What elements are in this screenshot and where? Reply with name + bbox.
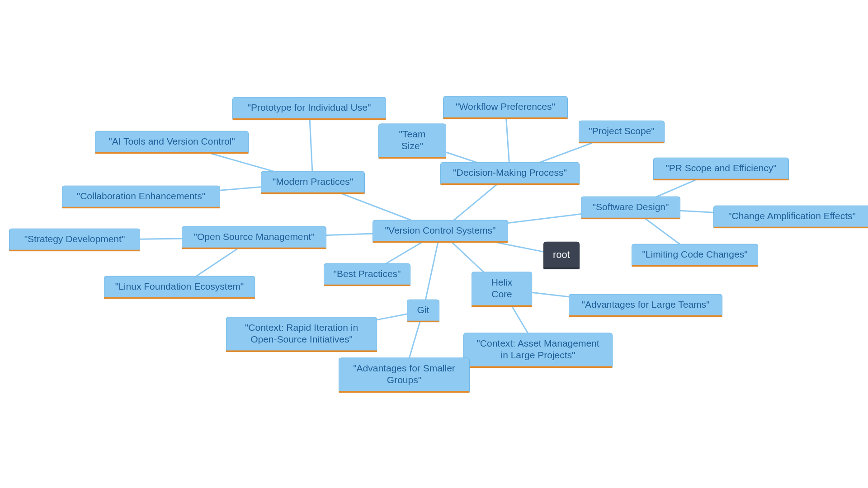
- node-linuxeco[interactable]: "Linux Foundation Ecosystem": [104, 276, 255, 299]
- edge-modern-aitools: [212, 154, 274, 171]
- node-collab[interactable]: "Collaboration Enhancements": [62, 185, 220, 208]
- edge-vcs-modern: [342, 194, 410, 220]
- edge-decision-scope: [540, 143, 591, 162]
- edge-decision-teamsize: [446, 152, 476, 162]
- edge-vcs-softdesign: [508, 214, 581, 223]
- edge-vcs-osm: [326, 234, 373, 235]
- node-aitools[interactable]: "AI Tools and Version Control": [95, 131, 249, 154]
- node-root[interactable]: root: [543, 242, 580, 269]
- node-softdesign[interactable]: "Software Design": [581, 196, 680, 219]
- edge-git-advsmall: [409, 322, 420, 360]
- node-ctxasset[interactable]: "Context: Asset Management in Large Proj…: [463, 333, 613, 368]
- node-workflow[interactable]: "Workflow Preferences": [443, 96, 568, 119]
- node-limitcode[interactable]: "Limiting Code Changes": [632, 244, 758, 267]
- edge-osm-stratdev: [140, 239, 182, 239]
- node-stratdev[interactable]: "Strategy Development": [9, 228, 140, 251]
- node-osm[interactable]: "Open Source Management": [182, 226, 326, 249]
- edge-modern-proto: [310, 120, 312, 171]
- edge-git-ctxrapid: [377, 314, 407, 320]
- node-helix[interactable]: Helix Core: [472, 272, 533, 307]
- edge-osm-linuxeco: [197, 249, 237, 276]
- edge-vcs-bestprac: [386, 243, 421, 263]
- edge-softdesign-limitcode: [646, 219, 679, 244]
- node-teamsize[interactable]: "Team Size": [378, 123, 446, 159]
- edge-softdesign-changeamp: [680, 211, 713, 212]
- edge-root-vcs: [497, 243, 543, 252]
- node-prscope[interactable]: "PR Scope and Efficiency": [653, 157, 789, 180]
- node-bestprac[interactable]: "Best Practices": [324, 263, 410, 286]
- node-proto[interactable]: "Prototype for Individual Use": [232, 97, 386, 120]
- edge-decision-workflow: [506, 119, 509, 162]
- edge-helix-advlarge: [533, 293, 569, 297]
- node-scope[interactable]: "Project Scope": [579, 120, 665, 143]
- node-git[interactable]: Git: [407, 299, 439, 322]
- mindmap-canvas: root"Version Control Systems""Decision-M…: [0, 0, 868, 488]
- node-decision[interactable]: "Decision-Making Process": [440, 162, 580, 185]
- edge-vcs-git: [425, 243, 438, 300]
- node-modern[interactable]: "Modern Practices": [261, 171, 365, 194]
- edge-softdesign-prscope: [657, 180, 695, 197]
- node-advsmall[interactable]: "Advantages for Smaller Groups": [339, 357, 470, 393]
- node-ctxrapid[interactable]: "Context: Rapid Iteration in Open-Source…: [226, 317, 377, 352]
- node-vcs[interactable]: "Version Control Systems": [373, 220, 508, 243]
- node-changeamp[interactable]: "Change Amplification Effects": [713, 205, 868, 228]
- edge-modern-collab: [220, 187, 261, 191]
- node-advlarge[interactable]: "Advantages for Large Teams": [569, 294, 722, 317]
- edge-vcs-decision: [454, 185, 496, 220]
